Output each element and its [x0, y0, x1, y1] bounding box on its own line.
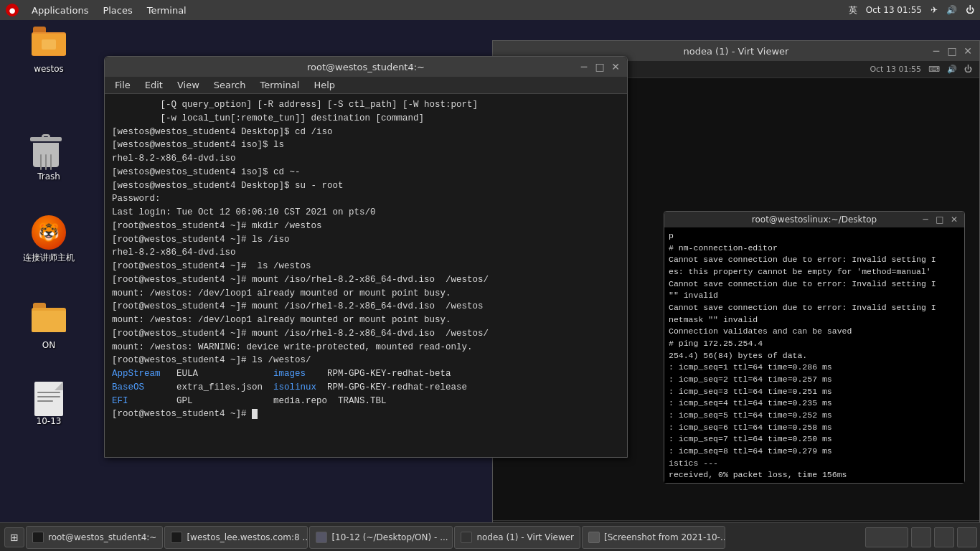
term-line: [root@westos_student4 ~]# mount /iso/rhe…: [112, 273, 620, 287]
term-line: [root@westos_student4 ~]# ls /westos: [112, 260, 620, 273]
term-menu-file[interactable]: File: [109, 78, 136, 92]
menu-right: 英 Oct 13 01:55 ✈ 🔊 ⏻: [849, 4, 974, 17]
taskbar-item-term1[interactable]: root@westos_student4:~: [26, 526, 163, 549]
main-terminal-title: root@westos_student4:~: [307, 62, 425, 72]
main-term-maximize[interactable]: □: [594, 61, 606, 72]
inner-term-line: : icmp_seq=2 ttl=64 time=0.257 ms: [669, 374, 960, 386]
term2-icon: [171, 532, 182, 543]
main-terminal-menubar: File Edit View Search Terminal Help: [105, 77, 627, 94]
term-line: mount: /westos: /dev/loop1 already mount…: [112, 314, 620, 327]
screenshot-icon: [588, 532, 600, 543]
term-line: [root@westos_student4 ~]# mount /iso/rhe…: [112, 327, 620, 341]
inner-term-close[interactable]: ✕: [948, 214, 960, 225]
taskbar-item-screenshot[interactable]: [Screenshot from 2021-10-...: [582, 526, 725, 549]
term-line: [root@westos_student4 ~]#: [112, 408, 620, 421]
tiger-icon: 🐯: [32, 215, 66, 250]
main-term-close[interactable]: ✕: [610, 61, 621, 72]
term-line: Password:: [112, 192, 620, 206]
editor-icon: [316, 532, 327, 543]
airplane-icon[interactable]: ✈: [930, 5, 938, 15]
term-line: AppStream EULA images RPM-GPG-KEY-redhat…: [112, 367, 620, 381]
inner-term-line: Cannot save connection due to error: Inv…: [669, 254, 960, 266]
inner-term-line: # nm-connection-editor: [669, 242, 960, 255]
inner-term-line: : icmp_seq=1 ttl=64 time=0.286 ms: [669, 362, 960, 374]
term-line: [westos@westos_student4 Desktop]$ cd /is…: [112, 126, 620, 139]
inner-term-minimize[interactable]: ─: [920, 214, 931, 225]
language-indicator[interactable]: 英: [849, 4, 857, 17]
menu-terminal[interactable]: Terminal: [141, 4, 192, 17]
power-btn-icon[interactable]: ⏻: [964, 65, 972, 74]
menu-places[interactable]: Places: [97, 4, 138, 17]
main-terminal-content[interactable]: [-Q query_option] [-R address] [-S ctl_p…: [105, 94, 627, 457]
inner-term-line: # ping 172.25.254.4: [669, 338, 960, 350]
term-menu-edit[interactable]: Edit: [139, 78, 169, 92]
desktop-icon-westos[interactable]: westos: [20, 24, 77, 77]
inner-term-line: : icmp_seq=3 ttl=64 time=0.251 ms: [669, 386, 960, 398]
term-line: [root@westos_student4 ~]# mkdir /westos: [112, 220, 620, 233]
inner-terminal-controls: ─ □ ✕: [920, 214, 960, 225]
show-desktop-button[interactable]: ⊞: [4, 527, 24, 547]
virt-viewer-maximize[interactable]: □: [946, 45, 958, 57]
taskbar-item-editor[interactable]: [10-12 (~/Desktop/ON) - ...: [309, 526, 453, 549]
westos-icon-label: westos: [34, 64, 64, 74]
term-menu-view[interactable]: View: [171, 78, 205, 92]
virt-viewer-close[interactable]: ✕: [962, 45, 974, 57]
main-terminal-controls: ─ □ ✕: [578, 61, 621, 72]
tiger-icon-label: 连接讲师主机: [23, 253, 75, 263]
menu-applications[interactable]: Applications: [26, 4, 94, 17]
term-line: [westos@westos_student4 iso]$ cd ~-: [112, 166, 620, 179]
desktop-icon-ON[interactable]: ON: [20, 300, 77, 353]
editor-label: [10-12 (~/Desktop/ON) - ...: [331, 532, 448, 542]
term-line: EFI GPL media.repo TRANS.TBL: [112, 395, 620, 408]
inner-term-line: 35/0.258/0.286/0.022 ms: [669, 481, 960, 483]
inner-terminal-title: root@westoslinux:~/Desktop: [752, 215, 877, 225]
taskbar-item-term2[interactable]: [westos_lee.westos.com:8 ...: [164, 526, 308, 549]
volume-icon[interactable]: 🔊: [946, 5, 957, 15]
term-line: [root@westos_student4 ~]# mount /iso/rhe…: [112, 300, 620, 314]
term-menu-terminal[interactable]: Terminal: [254, 78, 305, 92]
desktop-icon-10-13[interactable]: 10-13: [20, 379, 77, 429]
datetime-display: Oct 13 01:55: [866, 5, 922, 15]
inner-term-maximize[interactable]: □: [934, 214, 946, 225]
desktop-icon-trash[interactable]: Trash: [20, 131, 77, 184]
inner-term-line: Cannot save connection due to error: Inv…: [669, 302, 960, 314]
trash-icon-label: Trash: [37, 171, 60, 182]
power-icon[interactable]: ⏻: [966, 5, 974, 15]
taskbar-end-box4: [957, 527, 977, 547]
inner-term-line: received, 0% packet loss, time 156ms: [669, 469, 960, 481]
inner-term-line: : icmp_seq=4 ttl=64 time=0.235 ms: [669, 397, 960, 410]
inner-terminal-titlebar: root@westoslinux:~/Desktop ─ □ ✕: [664, 212, 964, 227]
main-terminal-window: root@westos_student4:~ ─ □ ✕ File Edit V…: [104, 56, 628, 458]
ON-icon-label: ON: [42, 340, 55, 350]
taskbar-item-virt[interactable]: nodea (1) - Virt Viewer: [454, 526, 580, 549]
taskbar-end-box3: [934, 527, 954, 547]
inner-terminal-window: root@westoslinux:~/Desktop ─ □ ✕ p # nm-…: [664, 211, 965, 484]
taskbar-end-box1: [865, 527, 908, 547]
doc-icon: [34, 382, 63, 416]
term-line: [-Q query_option] [-R address] [-S ctl_p…: [112, 98, 620, 112]
inner-term-line: Connection validates and can be saved: [669, 326, 960, 338]
folder-icon-ON: [32, 303, 66, 337]
virt-viewer-minimize[interactable]: ─: [930, 45, 942, 57]
virt-viewer-title: nodea (1) - Virt Viewer: [684, 46, 789, 57]
term-line: [westos@westos_student4 Desktop]$ su - r…: [112, 179, 620, 193]
term-line: mount: /westos: WARNING: device write-pr…: [112, 341, 620, 354]
top-menubar: ● Applications Places Terminal 英 Oct 13 …: [0, 0, 980, 20]
term-line: [root@westos_student4 ~]# ls /westos/: [112, 354, 620, 367]
inner-term-line: Cannot save connection due to error: Inv…: [669, 278, 960, 291]
term-menu-help[interactable]: Help: [308, 78, 341, 92]
app-icon: ●: [6, 4, 19, 17]
inner-term-line: netmask "" invalid: [669, 314, 960, 326]
inner-term-line: : icmp_seq=8 ttl=64 time=0.279 ms: [669, 446, 960, 458]
term-menu-search[interactable]: Search: [208, 78, 252, 92]
term-line: BaseOS extra_files.json isolinux RPM-GPG…: [112, 381, 620, 395]
term-line: rhel-8.2-x86_64-dvd.iso: [112, 246, 620, 260]
inner-term-line: : icmp_seq=5 ttl=64 time=0.252 ms: [669, 410, 960, 422]
inner-term-line: : icmp_seq=6 ttl=64 time=0.258 ms: [669, 422, 960, 434]
main-term-minimize[interactable]: ─: [578, 61, 590, 72]
inner-terminal-content: p # nm-connection-editor Cannot save con…: [664, 227, 964, 483]
term-line: [westos@westos_student4 iso]$ ls: [112, 138, 620, 152]
inner-term-line: 254.4) 56(84) bytes of data.: [669, 350, 960, 362]
keyboard-icon: ⌨: [928, 65, 940, 74]
desktop-icon-tiger[interactable]: 🐯 连接讲师主机: [20, 212, 77, 265]
